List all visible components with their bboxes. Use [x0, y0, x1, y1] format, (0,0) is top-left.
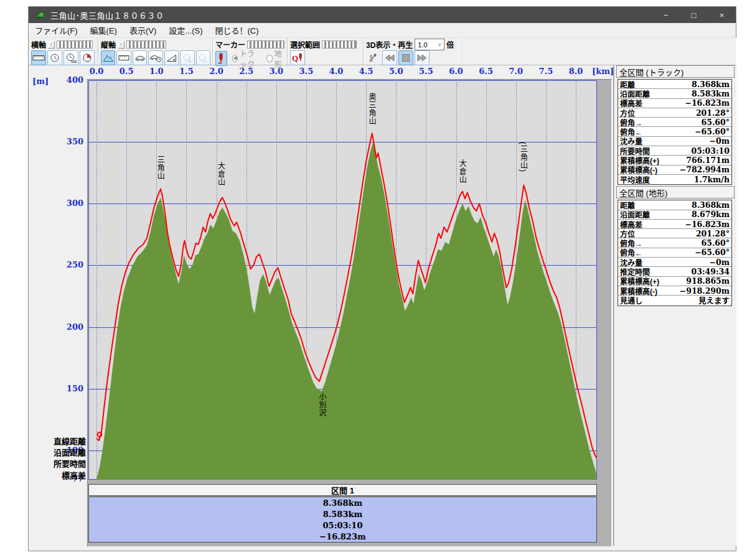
stat-value: 8.583km	[692, 89, 731, 98]
play-icon	[417, 54, 427, 62]
x-tick-label: 7.0	[505, 67, 527, 76]
stat-value: 65.60°	[702, 238, 731, 248]
y-tick-label: 250	[52, 260, 83, 269]
stat-value: 918.865m	[686, 276, 731, 286]
stat-row: 累積標高(-)−782.994m	[618, 166, 731, 175]
xaxis-time-numeric-button[interactable]: 123	[63, 50, 78, 65]
y-tick-label: 150	[52, 384, 83, 393]
stat-value: 201.28°	[696, 108, 731, 118]
stat-value: −918.290m	[680, 286, 731, 296]
maximize-button[interactable]: □	[680, 7, 708, 23]
stat-row: 見通し見えます	[618, 296, 731, 305]
slope-icon	[166, 54, 177, 62]
x-tick-label: 6.5	[475, 67, 497, 76]
selection-group-label: 選択範囲	[290, 39, 320, 50]
menu-item[interactable]: 設定...(S)	[162, 23, 209, 37]
yaxis-slope-button[interactable]	[164, 50, 179, 65]
y-tick-label: 400	[52, 75, 83, 85]
yaxis-pace-button[interactable]	[148, 50, 162, 65]
marker-pen-button[interactable]	[215, 51, 227, 66]
stat-value: −0m	[710, 136, 731, 146]
yaxis-heartrate-button[interactable]: 1	[180, 50, 194, 65]
peak-label: 大倉山	[458, 159, 466, 184]
xaxis-time-button[interactable]	[47, 50, 62, 65]
car-clock-icon	[149, 54, 162, 62]
x-tick-label: 0.5	[115, 67, 138, 76]
stat-value: 05:03:10	[692, 146, 731, 156]
marker-target-terrain-radio[interactable]: 地形	[266, 48, 285, 69]
yaxis-elevation-button[interactable]	[101, 50, 115, 65]
elevation-plot[interactable]: 三角山大倉山小別沢奥三角山大倉山(三角山)	[88, 80, 597, 480]
stat-value: 1.7km/h	[694, 175, 731, 184]
menu-item[interactable]: 閉じる！(C)	[209, 23, 265, 37]
peak-label: 三角山	[156, 156, 164, 180]
marker-target-track-radio[interactable]: トラック	[232, 48, 262, 69]
section-value: 8.583km	[89, 510, 596, 519]
clock-icon	[50, 53, 60, 63]
stat-value: 766.171m	[686, 156, 731, 165]
yaxis-group-label: 縦軸	[101, 39, 116, 50]
section-row-label: 所要時間	[39, 457, 86, 469]
stat-value: −16.823m	[685, 220, 731, 229]
car-icon	[134, 54, 146, 62]
section-value: 8.368km	[89, 498, 596, 508]
yaxis-slider-handle[interactable]: г	[118, 41, 125, 49]
x-tick-label: 8.0	[565, 67, 587, 76]
app-window: 三角山･奥三角山１８０６３０ − □ × ファイル(F)編集(E)表示(V)設定…	[28, 6, 736, 551]
y-tick-label: 350	[52, 137, 83, 146]
walk-3d-icon	[368, 52, 379, 63]
stat-label: 見通し	[618, 295, 698, 306]
stat-value: −65.60°	[695, 127, 731, 136]
selection-slider[interactable]	[322, 40, 357, 49]
stop-button[interactable]	[398, 50, 413, 65]
x-tick-label: 2.5	[235, 67, 258, 76]
x-tick-label: 4.5	[355, 67, 377, 76]
xaxis-group-label: 横軸	[31, 39, 46, 50]
menu-item[interactable]: 表示(V)	[123, 23, 162, 37]
close-button[interactable]: ×	[708, 7, 736, 23]
peak-label: (三角山)	[519, 142, 527, 172]
radio-track-label: トラック	[240, 48, 261, 69]
stats-panel: 全区間 (トラック) 距離8.368km沿面距離8.583km標高差−16.82…	[615, 65, 736, 546]
toolbar-group-selection: 選択範囲 Q	[288, 38, 364, 65]
rewind-icon	[385, 54, 395, 62]
section-table: 8.368km8.583km05:03:10−16.823m	[88, 497, 597, 543]
yaxis-zoom-slider[interactable]	[126, 40, 166, 49]
x-tick-label: 5.5	[415, 67, 437, 76]
minimize-button[interactable]: −	[652, 7, 680, 23]
playback-group-label: 3D表示・再生	[366, 39, 413, 50]
svg-text:~: ~	[204, 59, 206, 63]
stat-value: 8.368km	[692, 80, 731, 89]
section-value: −16.823m	[89, 532, 596, 541]
titlebar: 三角山･奥三角山１８０６３０ − □ ×	[29, 7, 736, 23]
toolbar-group-yaxis: 縦軸 г	[98, 38, 213, 65]
walk-3d-button[interactable]	[366, 50, 381, 65]
xaxis-zoom-slider[interactable]	[57, 40, 93, 49]
yaxis-cadence-button[interactable]: ~	[196, 50, 210, 65]
menu-item[interactable]: ファイル(F)	[29, 23, 84, 37]
select-range-button[interactable]: Q	[290, 50, 305, 65]
x-tick-label: 4.0	[325, 67, 347, 76]
y-tick-label: 300	[52, 198, 83, 208]
stat-value: 65.60°	[702, 118, 731, 127]
heart-2-icon: ~	[198, 54, 208, 63]
stat-value: −782.994m	[680, 165, 731, 174]
yaxis-distance-button[interactable]	[116, 50, 131, 65]
stats-terrain-table: 距離8.368km沿面距離8.679km標高差−16.823m方位201.28°…	[618, 200, 732, 306]
yaxis-speed-button[interactable]	[133, 50, 147, 65]
xaxis-distance-button[interactable]	[31, 50, 46, 65]
stat-value: 03:49:34	[692, 267, 731, 276]
rewind-button[interactable]	[382, 50, 397, 65]
stat-label: 平均速度	[618, 174, 694, 185]
radio-terrain-label: 地形	[275, 48, 285, 69]
x-tick-label: 1.5	[175, 67, 197, 76]
playback-speed-select[interactable]: 1.0 ˅	[415, 39, 444, 50]
xaxis-slider-handle[interactable]: г	[48, 41, 55, 49]
x-tick-label: 3.5	[295, 67, 317, 76]
play-button[interactable]	[415, 50, 430, 65]
ruler-icon	[118, 55, 129, 61]
y-tick-label: 200	[52, 322, 83, 332]
menu-item[interactable]: 編集(E)	[84, 23, 123, 37]
xaxis-pie-timer-button[interactable]	[80, 50, 95, 65]
x-tick-label: 5.0	[385, 67, 407, 76]
